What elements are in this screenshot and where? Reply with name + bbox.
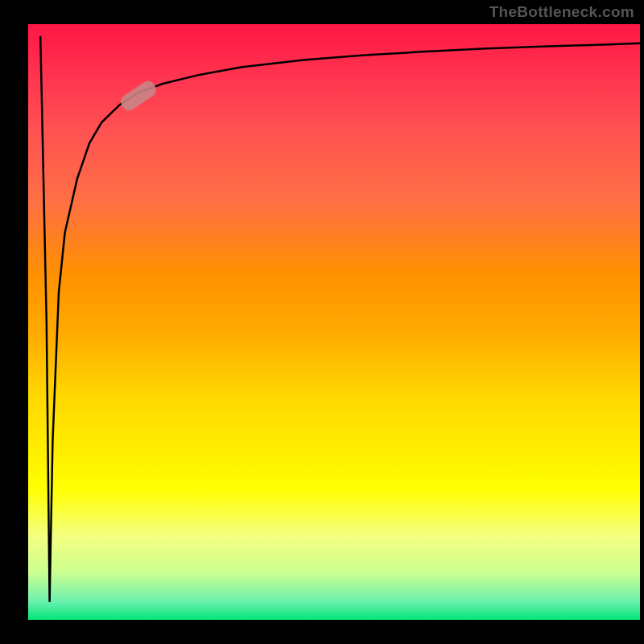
- chart-curve: [28, 24, 640, 620]
- watermark-text: TheBottleneck.com: [489, 3, 634, 21]
- frame-bottom: [0, 620, 644, 644]
- frame-left: [0, 0, 28, 644]
- frame-right: [640, 0, 644, 644]
